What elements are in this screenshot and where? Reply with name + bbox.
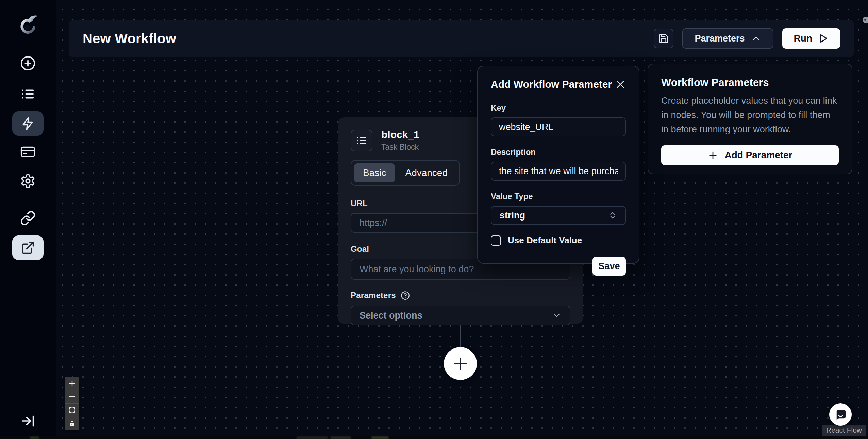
description-label: Description xyxy=(491,147,626,157)
value-type-value: string xyxy=(500,210,525,221)
node-subtitle: Task Block xyxy=(381,143,419,152)
value-type-label: Value Type xyxy=(491,192,626,201)
play-icon xyxy=(818,33,829,44)
description-input[interactable] xyxy=(491,162,626,181)
workflow-header: New Workflow Parameters Run xyxy=(69,20,854,57)
minus-icon xyxy=(68,393,76,401)
expand-sidebar-button[interactable] xyxy=(20,413,35,428)
plus-icon xyxy=(707,150,718,161)
add-workflow-parameter-modal: Add Workflow Parameter Key Description V… xyxy=(477,66,639,264)
add-parameter-label: Add Parameter xyxy=(724,150,792,161)
zoom-out-button[interactable] xyxy=(65,390,79,404)
link-icon xyxy=(20,210,36,226)
node-title: block_1 xyxy=(381,129,419,141)
node-tabs: Basic Advanced xyxy=(351,160,460,186)
sidebar-item-billing[interactable] xyxy=(20,144,36,160)
sidebar xyxy=(0,0,56,439)
parameters-multiselect[interactable]: Select options xyxy=(351,306,570,325)
tab-advanced[interactable]: Advanced xyxy=(396,163,456,182)
parameters-select-placeholder: Select options xyxy=(360,310,422,321)
plus-icon xyxy=(451,354,470,373)
list-icon xyxy=(20,86,36,102)
arrow-to-bar-icon xyxy=(20,413,35,428)
panel-title: Workflow Parameters xyxy=(661,77,839,89)
lightning-icon xyxy=(21,116,35,131)
add-node-button[interactable] xyxy=(444,347,477,380)
support-chat-button[interactable] xyxy=(829,403,852,426)
bullet-list-icon xyxy=(355,134,368,147)
key-input[interactable] xyxy=(491,117,626,136)
node-edge xyxy=(460,324,461,348)
add-parameter-button[interactable]: Add Parameter xyxy=(661,145,839,165)
chevron-up-icon xyxy=(751,33,761,44)
parameters-toggle-button[interactable]: Parameters xyxy=(682,28,773,49)
chevron-down-icon xyxy=(552,311,562,320)
react-flow-attribution[interactable]: React Flow xyxy=(822,425,866,436)
page-title: New Workflow xyxy=(83,31,176,46)
fit-view-icon xyxy=(69,407,76,413)
sidebar-item-workflows[interactable] xyxy=(12,111,44,136)
browser-edge-tab[interactable] xyxy=(863,17,868,23)
key-label: Key xyxy=(491,103,626,113)
use-default-label: Use Default Value xyxy=(508,235,582,246)
run-workflow-button[interactable]: Run xyxy=(782,28,840,49)
workflow-parameters-panel: Workflow Parameters Create placeholder v… xyxy=(648,64,852,174)
use-default-checkbox[interactable] xyxy=(491,235,501,246)
help-circle-icon[interactable] xyxy=(401,291,410,300)
lock-toggle-button[interactable] xyxy=(65,417,79,430)
sidebar-item-settings[interactable] xyxy=(20,173,36,189)
parameters-button-label: Parameters xyxy=(695,33,745,44)
dock-sliver xyxy=(0,436,868,439)
task-block-icon-box xyxy=(351,130,372,151)
selector-chevrons-icon xyxy=(608,211,617,220)
gear-icon xyxy=(20,173,36,189)
node-parameters-label: Parameters xyxy=(351,291,396,300)
sidebar-item-create[interactable] xyxy=(20,55,36,71)
skyvern-dragon-logo[interactable] xyxy=(16,12,40,38)
plus-circle-icon xyxy=(20,55,36,71)
zoom-in-button[interactable] xyxy=(65,377,79,390)
value-type-select[interactable]: string xyxy=(491,206,626,225)
modal-title: Add Workflow Parameter xyxy=(491,79,612,90)
sidebar-divider xyxy=(12,198,45,198)
canvas-controls xyxy=(65,377,79,430)
sidebar-item-runs[interactable] xyxy=(20,86,36,102)
modal-save-button[interactable]: Save xyxy=(592,257,626,276)
credit-card-icon xyxy=(20,144,36,160)
chat-bubble-icon xyxy=(834,408,847,421)
panel-description: Create placeholder values that you can l… xyxy=(661,94,839,136)
close-icon[interactable] xyxy=(615,79,626,90)
floppy-disk-icon xyxy=(658,33,669,44)
run-button-label: Run xyxy=(794,33,812,44)
fit-view-button[interactable] xyxy=(65,404,79,417)
sidebar-item-integrations[interactable] xyxy=(20,210,36,226)
external-link-icon xyxy=(21,241,35,255)
save-workflow-button[interactable] xyxy=(654,29,673,48)
tab-basic[interactable]: Basic xyxy=(354,163,395,182)
plus-icon xyxy=(68,380,76,387)
unlock-icon xyxy=(69,421,75,427)
sidebar-item-share[interactable] xyxy=(12,235,44,260)
dragon-icon xyxy=(16,12,40,38)
